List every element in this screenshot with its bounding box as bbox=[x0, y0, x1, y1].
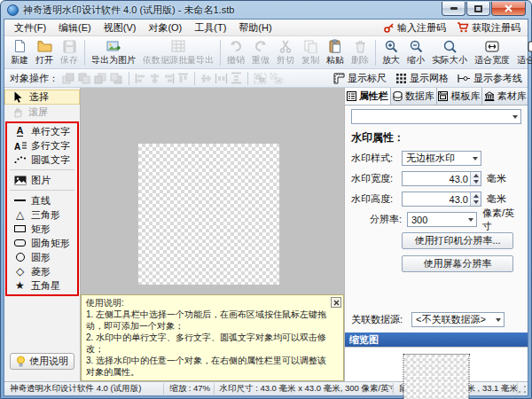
height-stepper[interactable]: 43.0 bbox=[402, 192, 481, 207]
tab-materials[interactable]: 素材库 bbox=[482, 88, 528, 105]
bring-to-front-icon bbox=[62, 73, 75, 84]
cursor-icon bbox=[12, 91, 25, 103]
send-to-back-icon bbox=[110, 73, 123, 84]
tool-triangle[interactable]: △ 三角形 bbox=[7, 207, 77, 222]
use-printer-dpi-button[interactable]: 使用打印机分辨率... bbox=[402, 232, 513, 249]
tool-separator bbox=[10, 169, 74, 170]
thumbnail-preview bbox=[404, 355, 469, 399]
menu-view[interactable]: 视图(V) bbox=[98, 20, 143, 36]
enter-register-code-link[interactable]: 输入注册码 bbox=[384, 21, 446, 35]
save-button: 保存 bbox=[57, 37, 82, 67]
help-button[interactable]: 使用说明 bbox=[10, 353, 74, 370]
datasource-value: <不关联数据源> bbox=[416, 313, 486, 326]
paste-button[interactable]: 粘贴 bbox=[323, 37, 348, 67]
datasource-dropdown[interactable]: <不关联数据源> bbox=[411, 312, 505, 327]
tool-arc-text[interactable]: 圆弧文字 bbox=[7, 153, 77, 167]
export-image-icon bbox=[106, 39, 121, 54]
delete-icon bbox=[355, 39, 366, 54]
template-tab-icon bbox=[438, 91, 448, 101]
menu-file[interactable]: 文件(F) bbox=[8, 20, 52, 36]
properties-tab-icon bbox=[347, 91, 356, 101]
close-button[interactable] bbox=[491, 2, 526, 16]
tool-diamond[interactable]: ◇ 菱形 bbox=[7, 264, 77, 278]
multi-line-text-icon: A bbox=[13, 141, 27, 151]
tool-palette: 选择 滚屏 A 单行文字 A 多行文字 bbox=[4, 88, 81, 381]
rectangle-icon bbox=[13, 225, 27, 232]
export-image-button[interactable]: 导出为图片 bbox=[88, 37, 139, 67]
tool-rounded-rectangle[interactable]: 圆角矩形 bbox=[7, 236, 77, 250]
group-icon bbox=[254, 73, 267, 84]
star-icon: ★ bbox=[13, 280, 27, 291]
cut-icon bbox=[279, 39, 292, 54]
watermark-canvas[interactable] bbox=[138, 144, 279, 285]
new-button[interactable]: 新建 bbox=[7, 37, 32, 67]
distribute-vertical-icon bbox=[231, 72, 242, 84]
instruction-line: 2. 水印中的单行文字、多行文字、圆弧文字对象均可以双击修改； bbox=[86, 332, 329, 355]
status-zoom-level: 缩放 : 47% bbox=[164, 383, 214, 395]
style-dropdown[interactable]: 无边框水印 bbox=[402, 151, 481, 166]
tab-database[interactable]: 数据库 bbox=[391, 88, 437, 105]
menu-tools[interactable]: 工具(T) bbox=[188, 20, 232, 36]
title-bar[interactable]: 神奇透明水印设计软件 4.0 (试用版) - 未命名1.stb bbox=[1, 1, 531, 18]
zoom-out-button[interactable]: 缩小 bbox=[403, 37, 428, 67]
fit-width-icon bbox=[485, 39, 499, 54]
menu-object[interactable]: 对象(O) bbox=[142, 20, 188, 36]
height-value: 43.0 bbox=[403, 194, 470, 205]
properties-panel: 属性栏 数据库 模板库 素材库 bbox=[344, 88, 528, 381]
tool-circle[interactable]: 圆形 bbox=[7, 250, 77, 264]
show-ruler-button[interactable]: 显示标尺 bbox=[333, 72, 387, 85]
stepper-arrows[interactable] bbox=[470, 192, 481, 206]
image-icon bbox=[13, 176, 27, 185]
tool-line[interactable]: 直线 bbox=[7, 193, 77, 207]
tab-properties[interactable]: 属性栏 bbox=[345, 88, 391, 105]
get-register-code-link[interactable]: 获取注册码 bbox=[457, 21, 520, 35]
menu-help[interactable]: 帮助(H) bbox=[232, 20, 278, 36]
diamond-icon: ◇ bbox=[13, 266, 27, 277]
tool-select[interactable]: 选择 bbox=[4, 90, 80, 105]
chevron-down-icon bbox=[496, 318, 501, 325]
close-icon bbox=[505, 4, 512, 12]
toolbar-separator bbox=[220, 40, 221, 66]
width-stepper[interactable]: 43.0 bbox=[402, 171, 481, 186]
resize-grip[interactable] bbox=[518, 385, 526, 394]
maximize-button[interactable] bbox=[466, 2, 490, 16]
instructions-close-button[interactable] bbox=[331, 297, 341, 308]
dpi-dropdown[interactable]: 300 bbox=[407, 212, 477, 227]
tool-star[interactable]: ★ 五角星 bbox=[7, 278, 77, 293]
paste-icon bbox=[329, 39, 341, 54]
canvas-area[interactable]: 使用说明: 1. 左侧工具栏中选择一个功能后，在画布区域按住鼠标左键拖动，即可添… bbox=[81, 88, 344, 381]
thumbnail-header: 缩览图 bbox=[345, 332, 528, 347]
tool-image[interactable]: 图片 bbox=[7, 173, 77, 187]
tool-multi-line-text[interactable]: A 多行文字 bbox=[7, 138, 77, 153]
tab-templates[interactable]: 模板库 bbox=[437, 88, 483, 105]
redo-icon bbox=[254, 39, 268, 54]
object-selector-dropdown[interactable] bbox=[351, 109, 521, 124]
open-folder-icon bbox=[37, 39, 52, 54]
style-value: 无边框水印 bbox=[406, 152, 455, 165]
dpi-label: 分辨率: bbox=[351, 213, 407, 226]
app-logo-icon bbox=[7, 4, 19, 16]
dpi-value: 300 bbox=[411, 215, 427, 225]
window-title: 神奇透明水印设计软件 4.0 (试用版) - 未命名1.stb bbox=[23, 4, 442, 17]
actual-size-button[interactable]: 实际大小 bbox=[428, 37, 471, 67]
line-icon bbox=[13, 200, 27, 201]
fit-width-button[interactable]: 适合宽度 bbox=[471, 37, 513, 67]
thumbnail-area bbox=[345, 347, 528, 381]
menu-edit[interactable]: 编辑(E) bbox=[52, 20, 98, 36]
guides-icon bbox=[458, 74, 471, 83]
show-grid-button[interactable]: 显示网格 bbox=[395, 72, 449, 85]
align-right-icon bbox=[163, 73, 175, 84]
fit-height-button[interactable]: 适合高度 bbox=[513, 37, 532, 67]
tool-rectangle[interactable]: 矩形 bbox=[7, 222, 77, 236]
open-button[interactable]: 打开 bbox=[32, 37, 57, 67]
stepper-arrows[interactable] bbox=[470, 172, 481, 185]
align-middle-icon bbox=[200, 73, 212, 84]
show-guides-button[interactable]: 显示参考线 bbox=[458, 72, 522, 85]
width-unit: 毫米 bbox=[487, 172, 506, 185]
tool-single-line-text[interactable]: A 单行文字 bbox=[7, 124, 77, 138]
arc-text-icon bbox=[13, 155, 27, 164]
minimize-button[interactable] bbox=[442, 2, 466, 16]
use-screen-dpi-button[interactable]: 使用屏幕分辨率 bbox=[402, 255, 513, 272]
toolbar-separator bbox=[84, 40, 85, 66]
zoom-in-button[interactable]: 放大 bbox=[379, 37, 403, 67]
